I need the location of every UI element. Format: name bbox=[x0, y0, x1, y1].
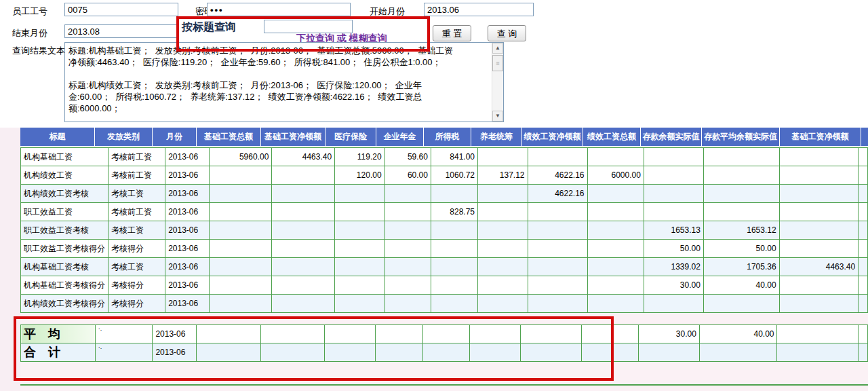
table-cell: 30.00 bbox=[644, 276, 703, 295]
table-cell: 机构基础工资考核得分 bbox=[21, 276, 108, 295]
table-cell bbox=[528, 203, 587, 221]
table-row[interactable]: 职工效益工资考核得分考核得分2013-0650.0050.00 bbox=[21, 240, 868, 258]
table-cell bbox=[272, 258, 335, 276]
table-cell bbox=[272, 166, 335, 185]
table-cell: 考核前工资 bbox=[108, 203, 165, 221]
table-cell bbox=[431, 295, 477, 313]
table-cell bbox=[528, 295, 587, 313]
table-cell bbox=[587, 185, 644, 203]
table-cell bbox=[859, 148, 868, 166]
table-cell bbox=[335, 203, 384, 221]
column-header[interactable]: 存款平均余额实际值 bbox=[702, 128, 780, 146]
table-cell bbox=[272, 276, 335, 295]
summary-cell bbox=[777, 325, 858, 343]
column-header[interactable]: 标题 bbox=[20, 128, 95, 146]
summary-cell bbox=[197, 325, 261, 343]
employee-id-input[interactable] bbox=[64, 3, 178, 16]
salary-table: 机构基础工资考核前工资2013-065960.004463.40119.2059… bbox=[20, 147, 868, 313]
table-cell bbox=[335, 295, 384, 313]
table-cell bbox=[272, 203, 335, 221]
column-header[interactable]: 养老统筹 bbox=[471, 128, 522, 146]
summary-cell bbox=[470, 343, 521, 362]
table-cell bbox=[335, 258, 384, 276]
textarea-scrollbar[interactable]: ▲ ≡ ▼ bbox=[492, 43, 503, 122]
summary-cell bbox=[521, 343, 582, 362]
table-cell: 50.00 bbox=[644, 240, 703, 258]
summary-cell bbox=[325, 343, 376, 362]
table-row[interactable]: 机构基础工资考核考核工资2013-061339.021705.364463.40 bbox=[21, 258, 868, 276]
table-cell bbox=[703, 166, 779, 185]
table-cell bbox=[384, 295, 431, 313]
total-row[interactable]: 合 计·.2013-06 bbox=[21, 343, 868, 362]
table-cell bbox=[779, 203, 858, 221]
scroll-down-icon[interactable]: ▼ bbox=[492, 111, 503, 122]
table-cell: 机构绩效工资 bbox=[21, 166, 108, 185]
table-cell: 6000.00 bbox=[587, 166, 644, 185]
column-header[interactable]: 基础工资净领额 bbox=[780, 128, 861, 146]
table-cell bbox=[644, 148, 703, 166]
table-cell: 50.00 bbox=[703, 240, 779, 258]
table-cell: 841.00 bbox=[431, 148, 477, 166]
table-cell bbox=[431, 185, 477, 203]
column-header[interactable]: 医疗保险 bbox=[326, 128, 376, 146]
column-header[interactable]: 存款余额实际值 bbox=[641, 128, 702, 146]
table-cell bbox=[478, 276, 528, 295]
table-cell: 职工效益工资考核 bbox=[21, 221, 108, 240]
table-row[interactable]: 机构绩效工资考核得分考核得分2013-06 bbox=[21, 295, 868, 313]
reset-button[interactable]: 重 置 bbox=[433, 25, 471, 41]
start-month-input[interactable] bbox=[424, 3, 534, 16]
table-cell: 1705.36 bbox=[703, 258, 779, 276]
table-cell: 60.00 bbox=[384, 166, 431, 185]
table-cell: 1060.72 bbox=[431, 166, 477, 185]
column-header[interactable]: 基础工资总额 bbox=[197, 128, 261, 146]
table-cell bbox=[859, 258, 868, 276]
column-header[interactable]: 绩效工资总额 bbox=[583, 128, 641, 146]
table-cell bbox=[272, 295, 335, 313]
column-header[interactable]: 月份 bbox=[153, 128, 197, 146]
end-month-input[interactable] bbox=[64, 24, 178, 38]
table-cell: 考核前工资 bbox=[108, 148, 165, 166]
table-cell bbox=[209, 221, 272, 240]
average-row[interactable]: 平 均·.2013-0630.0040.00 bbox=[21, 325, 868, 343]
column-header[interactable]: 发放类别 bbox=[95, 128, 153, 146]
table-cell: 4622.16 bbox=[528, 166, 587, 185]
table-row[interactable]: 职工效益工资考核考核工资2013-061653.131653.12 bbox=[21, 221, 868, 240]
scroll-thumb[interactable]: ≡ bbox=[492, 55, 503, 71]
column-header[interactable]: 基础工资净领额 bbox=[261, 128, 326, 146]
password-input[interactable] bbox=[207, 3, 351, 16]
scroll-up-icon[interactable]: ▲ bbox=[492, 43, 503, 54]
title-query-input[interactable] bbox=[264, 20, 353, 33]
table-cell bbox=[272, 240, 335, 258]
column-header[interactable]: 绩效工资净领额 bbox=[522, 128, 583, 146]
page-left-margin bbox=[0, 128, 20, 391]
table-cell bbox=[703, 295, 779, 313]
table-row[interactable]: 机构基础工资考核得分考核得分2013-0630.0040.00 bbox=[21, 276, 868, 295]
column-header[interactable] bbox=[861, 128, 868, 146]
table-row[interactable]: 机构绩效工资考核前工资2013-06120.0060.001060.72137.… bbox=[21, 166, 868, 185]
table-row[interactable]: 职工效益工资考核前工资2013-06828.75 bbox=[21, 203, 868, 221]
table-cell bbox=[859, 185, 868, 203]
summary-table: 平 均·.2013-0630.0040.00合 计·.2013-06 bbox=[20, 324, 868, 362]
table-cell bbox=[384, 276, 431, 295]
table-cell bbox=[703, 148, 779, 166]
table-cell bbox=[859, 166, 868, 185]
table-cell: 考核工资 bbox=[108, 258, 165, 276]
employee-id-label: 员工工号 bbox=[12, 5, 47, 18]
summary-cell bbox=[197, 343, 261, 362]
table-cell bbox=[779, 221, 858, 240]
table-cell: 2013-06 bbox=[165, 221, 209, 240]
table-row[interactable]: 机构绩效工资考核考核工资2013-064622.16 bbox=[21, 185, 868, 203]
result-textarea[interactable]: 标题:机构基础工资； 发放类别:考核前工资； 月份:2013-06； 基础工资总… bbox=[64, 42, 504, 122]
table-cell bbox=[779, 185, 858, 203]
table-cell: 考核得分 bbox=[108, 240, 165, 258]
table-cell bbox=[528, 240, 587, 258]
column-header[interactable]: 所得税 bbox=[424, 128, 471, 146]
query-button[interactable]: 查 询 bbox=[488, 25, 526, 41]
table-cell bbox=[644, 295, 703, 313]
table-cell bbox=[478, 221, 528, 240]
summary-cell: 40.00 bbox=[699, 325, 777, 343]
table-cell bbox=[335, 240, 384, 258]
table-cell: 机构绩效工资考核得分 bbox=[21, 295, 108, 313]
table-row[interactable]: 机构基础工资考核前工资2013-065960.004463.40119.2059… bbox=[21, 148, 868, 166]
column-header[interactable]: 企业年金 bbox=[376, 128, 424, 146]
